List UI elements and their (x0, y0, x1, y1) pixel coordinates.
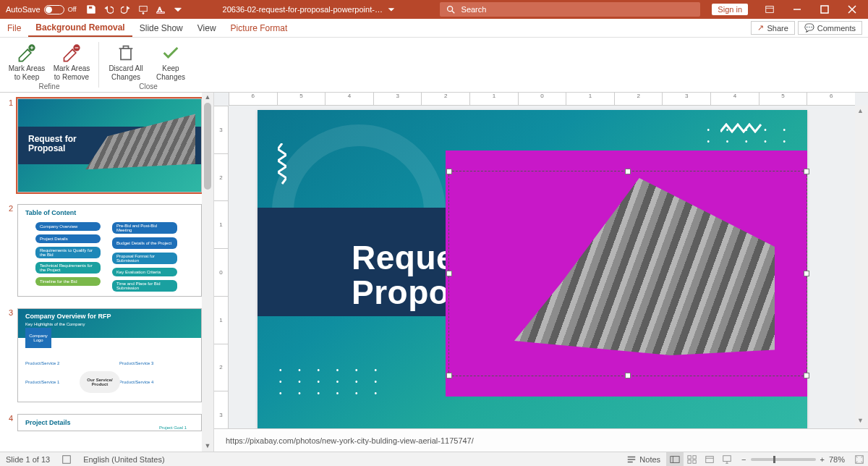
thumbnail-panel[interactable]: 1 Request forProposal 2 Table of Content… (0, 93, 214, 452)
crop-handle-e[interactable] (804, 271, 809, 276)
notes-text[interactable]: https://pixabay.com/photos/new-york-city… (214, 436, 474, 445)
thumbnail-image[interactable]: Table of Content Company Overview Projec… (17, 204, 202, 297)
minimize-button[interactable] (784, 0, 810, 19)
crop-handle-se[interactable] (804, 373, 809, 378)
tick: 3 (396, 93, 399, 99)
zoom-slider[interactable] (751, 458, 816, 461)
accessibility-icon[interactable] (56, 454, 77, 465)
crop-handle-n[interactable] (625, 169, 631, 174)
tab-picture-format[interactable]: Picture Format (224, 19, 295, 37)
thumbnail-scrollbar[interactable]: ▲ ▼ (202, 93, 213, 452)
thumbnail-1[interactable]: 1 Request forProposal (0, 93, 213, 198)
tab-background-removal[interactable]: Background Removal (28, 19, 132, 37)
ribbon: Mark Areas to Keep Mark Areas to Remove … (0, 38, 868, 93)
autosave-toggle[interactable] (44, 5, 64, 14)
document-title[interactable]: 20636-02-request-for-proposal-powerpoint… (223, 4, 396, 14)
ribbon-group-close: Discard All Changes Keep Changes Close (99, 38, 197, 92)
scroll-down-icon[interactable]: ▼ (857, 417, 864, 424)
document-title-text: 20636-02-request-for-proposal-powerpoint… (223, 5, 383, 14)
scroll-up-icon[interactable]: ▲ (857, 107, 864, 114)
slide-canvas-area[interactable]: 6 5 4 3 2 1 0 1 2 3 4 5 6 3 2 1 0 1 2 3 … (214, 93, 868, 452)
mark-areas-remove-button[interactable]: Mark Areas to Remove (52, 42, 91, 81)
crop-marquee[interactable] (448, 171, 807, 376)
crop-handle-ne[interactable] (804, 169, 809, 174)
tab-file[interactable]: File (0, 19, 28, 37)
fit-to-window-button[interactable] (851, 452, 868, 467)
tick: 3 (219, 412, 222, 418)
view-normal-button[interactable] (666, 452, 684, 467)
slideshow-start-icon[interactable] (135, 1, 152, 18)
view-reading-button[interactable] (701, 452, 718, 467)
qat-more-icon[interactable] (169, 1, 187, 18)
canvas-scrollbar-vertical[interactable]: ▲ ▼ ▲ ▼ (855, 106, 868, 444)
tab-slide-show[interactable]: Slide Show (132, 19, 190, 37)
redo-icon[interactable] (117, 1, 135, 18)
ribbon-display-icon[interactable] (757, 0, 783, 19)
thumbnail-image[interactable]: Project Details Project Goal 1 (17, 414, 202, 431)
discard-changes-button[interactable]: Discard All Changes (106, 42, 145, 81)
l1: Reque (352, 239, 455, 276)
scroll-up-icon[interactable]: ▲ (203, 93, 212, 102)
scroll-down-icon[interactable]: ▼ (203, 442, 212, 451)
view-sorter-button[interactable] (684, 452, 701, 467)
autosave-control[interactable]: AutoSave Off (0, 5, 82, 14)
p: Proposal Format for Submission (112, 253, 177, 264)
notes-icon (626, 454, 637, 465)
crop-handle-s[interactable] (625, 373, 631, 378)
slide[interactable]: • • • • •• • • • •• • • • • • • • • • ••… (258, 110, 807, 428)
p: Project Details (35, 234, 101, 243)
thumbnail-image[interactable]: Company Overview for RFP Key Highlights … (17, 308, 202, 402)
p: Pre-Bid and Post-Bid Meeting (112, 222, 177, 234)
undo-icon[interactable] (100, 1, 117, 18)
deco-dots: • • • • • •• • • • • •• • • • • • (279, 365, 384, 399)
maximize-button[interactable] (812, 0, 838, 19)
notes-pane[interactable]: https://pixabay.com/photos/new-york-city… (214, 428, 868, 452)
svg-rect-14 (706, 456, 714, 462)
mark-areas-keep-button[interactable]: Mark Areas to Keep (7, 42, 46, 81)
t: Request for (28, 134, 77, 144)
thumbnail-4[interactable]: 4 Project Details Project Goal 1 (0, 408, 213, 437)
t: Project Details (25, 419, 71, 426)
close-button[interactable] (839, 0, 865, 19)
svg-rect-12 (688, 459, 691, 462)
zoom-slider-thumb[interactable] (773, 456, 775, 463)
ruler-vertical: 3 2 1 0 1 2 3 (214, 106, 229, 439)
sign-in-button[interactable]: Sign in (712, 4, 748, 15)
check-icon (161, 43, 181, 62)
t: Proposal (28, 143, 65, 153)
keep-changes-button[interactable]: Keep Changes (151, 42, 190, 81)
font-color-icon[interactable]: A (152, 1, 169, 18)
crop-handle-sw[interactable] (446, 373, 452, 378)
thumbnail-2[interactable]: 2 Table of Content Company Overview Proj… (0, 198, 213, 302)
tab-view[interactable]: View (190, 19, 224, 37)
notes-toggle[interactable]: Notes (621, 454, 666, 465)
selected-picture[interactable] (446, 151, 807, 397)
status-bar: Slide 1 of 13 English (United States) No… (0, 452, 868, 466)
tick: 6 (252, 93, 255, 99)
svg-rect-15 (723, 455, 731, 461)
thumbnail-number: 4 (4, 414, 13, 431)
search-input[interactable]: Search (440, 2, 700, 17)
thumbnail-3[interactable]: 3 Company Overview for RFP Key Highlight… (0, 302, 213, 408)
scrollbar-thumb[interactable] (204, 103, 211, 190)
crop-handle-nw[interactable] (446, 169, 452, 174)
zoom-value[interactable]: 78% (829, 455, 845, 464)
save-icon[interactable] (82, 1, 100, 18)
tick: 5 (299, 93, 302, 99)
thumbnail-image[interactable]: Request forProposal (17, 98, 202, 192)
label: Discard All (109, 64, 142, 73)
crop-handle-w[interactable] (446, 271, 452, 276)
zoom-in-button[interactable]: + (820, 455, 825, 464)
view-slideshow-button[interactable] (718, 452, 736, 467)
language-indicator[interactable]: English (United States) (77, 455, 171, 464)
comments-button[interactable]: 💬Comments (798, 21, 862, 35)
svg-rect-5 (821, 6, 828, 13)
zoom-out-button[interactable]: − (741, 455, 746, 464)
tick: 0 (219, 269, 222, 276)
slide-indicator[interactable]: Slide 1 of 13 (0, 455, 56, 464)
share-button[interactable]: ↗Share (751, 21, 794, 35)
autosave-label: AutoSave (6, 5, 41, 14)
t: Company Overview for RFP (25, 313, 111, 320)
p: Technical Requirements for the Project (35, 262, 101, 274)
svg-rect-9 (671, 456, 679, 462)
